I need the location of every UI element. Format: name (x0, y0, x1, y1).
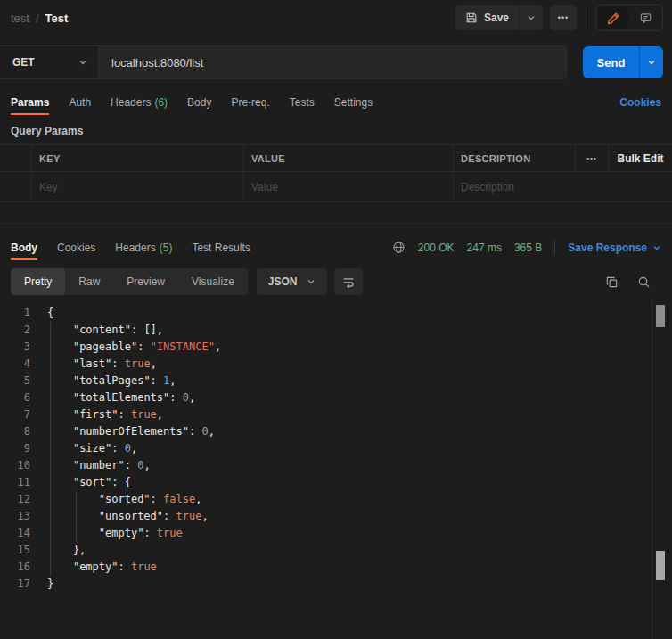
tab-auth-label: Auth (69, 96, 91, 109)
indent-guide (76, 491, 77, 542)
code-line-content: { (30, 305, 53, 322)
line-number: 2 (0, 322, 30, 339)
breadcrumb-separator: / (36, 12, 39, 25)
column-header-description: DESCRIPTION (453, 145, 575, 171)
tab-tests[interactable]: Tests (290, 89, 315, 115)
topbar-actions: Save ••• (455, 4, 663, 31)
send-button[interactable]: Send (583, 56, 639, 70)
response-toolbar-right (605, 268, 651, 295)
params-more-button[interactable]: ••• (575, 145, 608, 171)
comment-icon (639, 12, 652, 25)
view-pretty[interactable]: Pretty (11, 268, 65, 295)
url-field-wrap (99, 46, 566, 78)
param-value-input[interactable] (251, 181, 446, 193)
query-params-table: KEY VALUE DESCRIPTION ••• Bulk Edit (0, 144, 672, 202)
view-preview[interactable]: Preview (113, 268, 178, 295)
scrollbar-thumb[interactable] (656, 551, 665, 580)
response-tab-body-label: Body (11, 242, 37, 254)
code-line-content: "number": 0, (30, 457, 151, 474)
save-button[interactable]: Save (455, 5, 519, 30)
param-description-input[interactable] (461, 181, 665, 193)
save-response-button[interactable]: Save Response (568, 242, 661, 254)
save-split-button: Save (455, 5, 543, 30)
code-line: 7 "first": true, (0, 406, 672, 423)
copy-icon[interactable] (605, 275, 619, 289)
query-params-header-row: KEY VALUE DESCRIPTION ••• Bulk Edit (0, 145, 672, 172)
tab-params[interactable]: Params (11, 89, 49, 115)
code-line-content: "sort": { (30, 474, 131, 491)
line-number: 3 (0, 339, 30, 356)
column-header-value-label: VALUE (251, 153, 285, 164)
code-line: 17} (0, 576, 672, 593)
topbar-divider (586, 8, 586, 28)
code-line-content: "empty": true (30, 525, 183, 542)
line-number: 5 (0, 373, 30, 389)
line-number: 12 (0, 491, 30, 508)
format-dropdown[interactable]: JSON (257, 268, 327, 295)
code-lines: 1{2 "content": [],3 "pageable": "INSTANC… (0, 305, 672, 593)
edit-documentation-button[interactable] (598, 7, 628, 29)
response-tab-test-results[interactable]: Test Results (192, 234, 250, 260)
scrollbar-track (652, 300, 672, 639)
indent-guide (50, 322, 51, 576)
tab-prereq-label: Pre-req. (231, 96, 269, 109)
code-line-content: }, (30, 542, 86, 559)
code-line-content: "unsorted": true, (30, 508, 209, 525)
code-line: 1{ (0, 305, 672, 322)
breadcrumb-collection[interactable]: test (11, 12, 29, 25)
cookies-link[interactable]: Cookies (619, 96, 661, 109)
param-key-input[interactable] (39, 181, 236, 193)
response-tab-headers-label: Headers (115, 242, 155, 254)
column-header-key: KEY (31, 145, 243, 171)
tab-tests-label: Tests (290, 96, 315, 109)
chevron-down-icon (652, 243, 661, 252)
code-line: 12 "sorted": false, (0, 491, 672, 508)
send-options-button[interactable] (640, 58, 663, 67)
bulk-edit-button[interactable]: Bulk Edit (608, 145, 672, 171)
column-header-description-label: DESCRIPTION (461, 153, 530, 164)
save-options-button[interactable] (520, 5, 543, 30)
code-line: 5 "totalPages": 1, (0, 373, 672, 389)
code-line: 3 "pageable": "INSTANCE", (0, 339, 672, 356)
response-tab-headers[interactable]: Headers (5) (115, 234, 172, 260)
method-select[interactable]: GET (0, 46, 99, 78)
tab-settings[interactable]: Settings (334, 89, 373, 115)
param-value-cell (243, 172, 453, 201)
code-line: 14 "empty": true (0, 525, 672, 542)
chevron-down-icon (527, 13, 536, 22)
send-split-button: Send (583, 46, 663, 78)
response-tab-headers-count: (5) (160, 242, 173, 254)
method-label: GET (12, 56, 35, 69)
code-line-content: "pageable": "INSTANCE", (30, 339, 221, 356)
tab-body[interactable]: Body (187, 89, 211, 115)
chevron-down-icon (647, 58, 656, 67)
chevron-down-icon (307, 277, 316, 286)
tab-auth[interactable]: Auth (69, 89, 91, 115)
line-number: 15 (0, 542, 30, 559)
response-tabs: Body Cookies Headers (5) Test Results 20… (11, 234, 661, 260)
scrollbar-thumb[interactable] (656, 305, 665, 327)
view-visualize[interactable]: Visualize (178, 268, 248, 295)
url-input[interactable] (99, 56, 566, 70)
more-actions-button[interactable]: ••• (550, 5, 577, 30)
column-header-key-label: KEY (39, 153, 61, 164)
topbar: test / Test Save (0, 0, 672, 36)
wrap-text-button[interactable] (334, 268, 363, 295)
line-number: 13 (0, 508, 30, 525)
line-number: 7 (0, 406, 30, 423)
save-button-label: Save (484, 12, 509, 24)
tab-headers-label: Headers (111, 96, 151, 109)
response-tab-cookies[interactable]: Cookies (57, 234, 95, 260)
response-tab-cookies-label: Cookies (57, 242, 95, 254)
view-raw[interactable]: Raw (65, 268, 113, 295)
code-line-content: "sorted": false, (30, 491, 201, 508)
comments-button[interactable] (630, 7, 660, 29)
code-line: 2 "content": [], (0, 322, 672, 339)
response-tab-body[interactable]: Body (11, 234, 37, 260)
response-size: 365 B (514, 242, 542, 254)
code-line: 13 "unsorted": true, (0, 508, 672, 525)
tab-prereq[interactable]: Pre-req. (231, 89, 269, 115)
globe-icon[interactable] (392, 241, 406, 254)
tab-headers[interactable]: Headers (6) (111, 89, 168, 115)
search-icon[interactable] (637, 275, 651, 289)
